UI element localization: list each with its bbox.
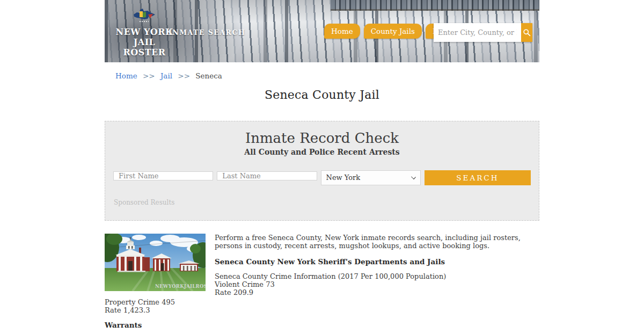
state-select[interactable]: New York [321,170,421,185]
breadcrumb-jail-link[interactable]: Jail [160,71,172,80]
inmate-record-check-box: Inmate Record Check All County and Polic… [105,121,539,221]
first-name-input[interactable] [113,171,213,180]
intro-paragraph: Perform a free Seneca County, New York i… [215,234,539,250]
main-content: NEWYORKJAILROSTER.COM Perform a free Sen… [105,234,539,333]
crime-info-line: Violent Crime 73 [215,280,275,288]
crime-info-line: Rate 209.9 [215,288,253,296]
site-logo[interactable]: NEW YORK JAIL ROSTER [112,8,177,58]
crime-info-line: Property Crime 495 [105,298,175,306]
record-check-form: New York SEARCH [105,170,539,185]
record-check-subtitle: All County and Police Recent Arrests [105,148,539,156]
departments-heading: Seneca County New York Sheriff's Departm… [215,258,539,266]
photo-watermark: NEWYORKJAILROSTER.COM [155,284,206,289]
logo-line-2: JAIL ROSTER [112,37,177,57]
crime-info: Seneca County Crime Information (2017 Pe… [215,272,539,296]
record-check-title: Inmate Record Check [105,131,539,146]
warrants-heading: Warrants [105,321,539,329]
facility-search-button[interactable] [521,23,532,42]
crime-info-continued: Property Crime 495 Rate 1,423.3 [105,298,539,314]
crime-info-line: Rate 1,423.3 [105,306,150,314]
breadcrumb: Home >> Jail >> Seneca [115,71,539,80]
breadcrumb-separator: >> [178,71,190,80]
tagline-text: INMATE SEARCH [169,28,245,37]
logo-line-1: NEW YORK [112,27,177,37]
site-banner: NEW YORK JAIL ROSTER INMATE SEARCH Home … [105,0,539,62]
search-icon [523,28,531,37]
new-york-state-icon [132,8,157,26]
crime-info-line: Seneca County Crime Information (2017 Pe… [215,272,446,280]
facility-search-input[interactable] [434,23,521,42]
courthouse-photo: NEWYORKJAILROSTER.COM [105,234,206,291]
nav-button-home[interactable]: Home [324,24,360,39]
content-right-column: Perform a free Seneca County, New York i… [215,234,539,296]
sponsored-results-label: Sponsored Results [114,199,530,206]
facility-search [434,23,532,42]
nav-button-county-jails[interactable]: County Jails [364,24,422,39]
breadcrumb-home-link[interactable]: Home [115,71,137,80]
breadcrumb-separator: >> [143,71,155,80]
breadcrumb-current: Seneca [195,71,222,80]
page-title: Seneca County Jail [105,88,539,102]
last-name-input[interactable] [217,171,317,180]
record-search-button[interactable]: SEARCH [425,170,531,185]
page: NEW YORK JAIL ROSTER INMATE SEARCH Home … [105,0,539,333]
